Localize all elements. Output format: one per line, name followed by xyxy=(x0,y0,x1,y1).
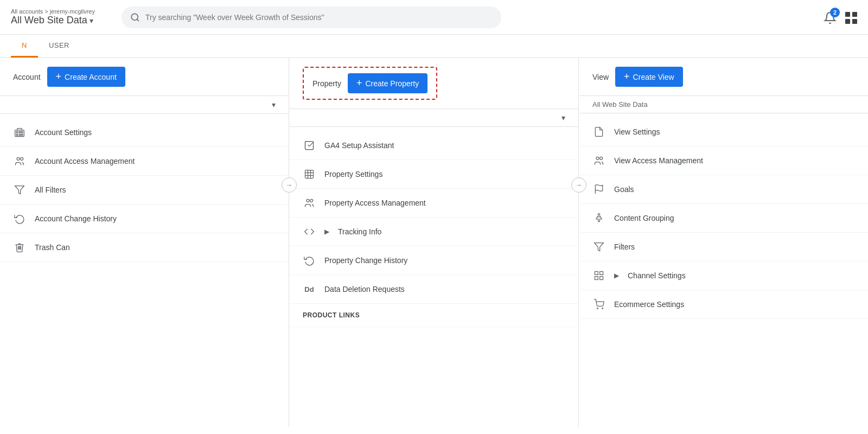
create-property-button[interactable]: + Create Property xyxy=(348,73,427,93)
svg-rect-4 xyxy=(845,19,850,24)
menu-item-property-access[interactable]: Property Access Management xyxy=(290,189,578,218)
menu-item-property-history[interactable]: Property Change History xyxy=(290,246,578,275)
expand-icon-channel: ▶ xyxy=(614,272,619,279)
tracking-info-label: Tracking Info xyxy=(338,227,381,236)
flag-icon xyxy=(592,183,605,196)
create-view-button[interactable]: + Create View xyxy=(615,67,683,87)
grid-icon[interactable] xyxy=(845,10,857,24)
svg-rect-5 xyxy=(852,19,857,24)
menu-item-view-settings[interactable]: View Settings xyxy=(579,118,868,146)
history-icon-property xyxy=(303,254,316,267)
svg-marker-30 xyxy=(595,243,604,251)
view-access-label: View Access Management xyxy=(614,156,703,165)
menu-item-account-history[interactable]: Account Change History xyxy=(0,205,289,233)
account-history-label: Account Change History xyxy=(35,214,117,223)
svg-rect-33 xyxy=(595,277,598,280)
svg-point-36 xyxy=(602,308,603,309)
search-input[interactable] xyxy=(145,13,493,22)
plus-icon-view: + xyxy=(624,71,630,82)
tab-admin[interactable]: N xyxy=(11,35,38,58)
data-deletion-label: Data Deletion Requests xyxy=(324,285,405,293)
svg-rect-17 xyxy=(20,246,21,249)
svg-point-25 xyxy=(310,199,313,202)
transfer-arrow-icon-1[interactable]: → xyxy=(282,177,297,193)
svg-marker-15 xyxy=(15,186,24,194)
person-run-icon xyxy=(592,212,605,225)
topbar-right: 2 xyxy=(824,10,857,24)
menu-item-ecommerce[interactable]: Ecommerce Settings xyxy=(579,290,868,319)
view-menu-list: View Settings View Access Management xyxy=(579,113,868,323)
create-account-label: Create Account xyxy=(65,73,117,81)
svg-rect-18 xyxy=(305,142,314,150)
property-settings-icon xyxy=(303,168,316,181)
create-view-label: Create View xyxy=(633,73,674,81)
view-column: View + Create View All Web Site Data Vie… xyxy=(579,58,868,427)
plus-icon: + xyxy=(56,71,62,82)
goals-label: Goals xyxy=(614,185,634,194)
filter-icon-view xyxy=(592,240,605,253)
svg-rect-10 xyxy=(16,134,18,136)
create-account-button[interactable]: + Create Account xyxy=(47,67,125,87)
menu-item-product-links: PRODUCT LINKS xyxy=(290,304,578,327)
menu-item-property-settings[interactable]: Property Settings xyxy=(290,160,578,189)
menu-item-account-access[interactable]: Account Access Management xyxy=(0,147,289,176)
building-icon xyxy=(13,126,26,139)
transfer-button-1[interactable]: → xyxy=(282,177,297,193)
svg-rect-2 xyxy=(845,12,850,17)
filter-icon-account xyxy=(13,183,26,196)
main-content: Account + Create Account ▾ Account Setti… xyxy=(0,58,868,427)
svg-rect-16 xyxy=(18,246,20,249)
ga4-icon xyxy=(303,139,316,152)
transfer-button-2[interactable]: → xyxy=(571,177,586,193)
menu-item-all-filters[interactable]: All Filters xyxy=(0,176,289,205)
property-dropdown-row: ▾ xyxy=(290,109,578,127)
trash-label: Trash Can xyxy=(35,243,70,252)
menu-item-trash[interactable]: Trash Can xyxy=(0,233,289,262)
menu-item-account-settings[interactable]: Account Settings xyxy=(0,118,289,147)
channel-settings-label: Channel Settings xyxy=(628,271,686,280)
filters-view-label: Filters xyxy=(614,242,635,251)
topbar-title[interactable]: All Web Site Data ▾ xyxy=(11,15,108,26)
property-dropdown-arrow[interactable]: ▾ xyxy=(561,113,565,122)
svg-rect-8 xyxy=(19,131,21,133)
history-icon-account xyxy=(13,212,26,225)
content-grouping-label: Content Grouping xyxy=(614,214,674,222)
svg-point-29 xyxy=(598,214,599,215)
menu-item-filters-view[interactable]: Filters xyxy=(579,233,868,261)
people-icon-view xyxy=(592,154,605,167)
chevron-down-icon: ▾ xyxy=(90,16,93,25)
menu-item-tracking-info[interactable]: ▶ Tracking Info xyxy=(290,218,578,246)
menu-item-channel-settings[interactable]: ▶ Channel Settings xyxy=(579,261,868,290)
account-dropdown-row: ▾ xyxy=(0,96,289,114)
svg-rect-12 xyxy=(21,134,23,136)
property-history-label: Property Change History xyxy=(324,256,407,265)
menu-item-content-grouping[interactable]: Content Grouping xyxy=(579,204,868,233)
menu-item-ga4[interactable]: GA4 Setup Assistant xyxy=(290,131,578,160)
topbar: All accounts > jeremy-mcgilvrey All Web … xyxy=(0,0,868,35)
account-name: All Web Site Data xyxy=(11,15,87,26)
account-dropdown-arrow[interactable]: ▾ xyxy=(272,100,276,109)
svg-rect-9 xyxy=(21,131,23,133)
account-settings-label: Account Settings xyxy=(35,128,92,137)
menu-item-data-deletion[interactable]: Dd Data Deletion Requests xyxy=(290,275,578,304)
create-property-label: Create Property xyxy=(365,79,419,88)
property-menu-list: GA4 Setup Assistant Property Settings xyxy=(290,127,578,331)
account-label: Account xyxy=(13,73,41,81)
search-bar[interactable] xyxy=(122,7,501,28)
svg-point-27 xyxy=(600,157,603,159)
tab-user[interactable]: USER xyxy=(38,35,80,58)
doc-icon xyxy=(592,125,605,138)
menu-item-goals[interactable]: Goals xyxy=(579,175,868,204)
plus-icon-property: + xyxy=(356,78,362,89)
code-icon xyxy=(303,225,316,238)
menu-item-view-access[interactable]: View Access Management xyxy=(579,146,868,175)
transfer-arrow-icon-2[interactable]: → xyxy=(571,177,586,193)
notification-badge: 2 xyxy=(830,8,840,17)
ga4-label: GA4 Setup Assistant xyxy=(324,141,394,150)
svg-rect-32 xyxy=(600,272,603,275)
svg-rect-34 xyxy=(600,277,603,280)
property-access-label: Property Access Management xyxy=(324,199,426,207)
people-icon-property xyxy=(303,196,316,209)
view-name: All Web Site Data xyxy=(592,100,648,108)
notification-button[interactable]: 2 xyxy=(824,10,837,24)
